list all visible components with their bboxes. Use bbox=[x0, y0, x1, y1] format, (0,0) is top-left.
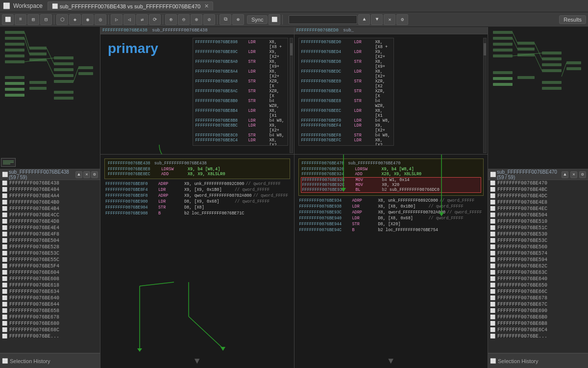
left-list-item[interactable]: ⬜FFFFFFFF0076BE4B0 bbox=[0, 199, 100, 206]
left-list-item[interactable]: ⬜FFFFFFFF0076BE618 bbox=[0, 282, 100, 289]
left-list-item[interactable]: ⬜FFFFFFFF0076BE53C bbox=[0, 250, 100, 257]
right-list-item[interactable]: ⬜FFFFFFFF0076BE4E8 bbox=[488, 199, 588, 206]
toolbar-btn-2[interactable]: ≡ bbox=[15, 14, 26, 25]
right-list-item[interactable]: ⬜FFFFFFFF0076BE66C bbox=[488, 289, 588, 295]
left-list-item[interactable]: ⬜FFFFFFFF0076BE608 bbox=[0, 276, 100, 282]
left-list-item[interactable]: ⬜FFFFFFFF0076BE438 bbox=[0, 180, 100, 186]
right-list-item[interactable]: ⬜FFFFFFFF0076BE678 bbox=[488, 295, 588, 301]
svg-rect-20 bbox=[54, 91, 74, 94]
right-list-item[interactable]: ⬜FFFFFFFF0076BE67C bbox=[488, 301, 588, 308]
list-item-icon: ⬜ bbox=[2, 302, 7, 307]
settings-icon[interactable]: ⚙ bbox=[396, 14, 408, 25]
left-list-item[interactable]: ⬜FFFFFFFF0076BE68C bbox=[0, 327, 100, 333]
graph-left-pane: FFFFFFFF0076BE438 sub_FFFFFFFF0076BE438 … bbox=[100, 27, 294, 154]
left-list-item[interactable]: ⬜FFFFFFFF0076BE4E4 bbox=[0, 225, 100, 231]
right-list-item[interactable]: ⬜FFFFFFFF0076BE62C bbox=[488, 263, 588, 269]
toolbar-btn-15[interactable]: ⊗ bbox=[191, 14, 202, 25]
left-list-item[interactable]: ⬜FFFFFFFF0076BE528 bbox=[0, 244, 100, 250]
left-list-item[interactable]: ⬜FFFFFFFF0076BE55C bbox=[0, 257, 100, 263]
right-list-item[interactable]: ⬜FFFFFFFF0076BE... bbox=[488, 333, 588, 340]
toolbar-btn-6[interactable]: ◈ bbox=[69, 14, 81, 25]
left-list-item[interactable]: ⬜FFFFFFFF0076BE5F4 bbox=[0, 263, 100, 269]
toolbar-btn-10[interactable]: ◁ bbox=[123, 14, 135, 25]
left-list-item[interactable]: ⬜FFFFFFFF0076BE644 bbox=[0, 301, 100, 308]
toolbar-btn-18[interactable]: ⊛ bbox=[232, 14, 244, 25]
toolbar-btn-11[interactable]: ⇄ bbox=[136, 14, 148, 25]
toolbar-btn-17[interactable]: ⧉ bbox=[220, 14, 231, 25]
svg-rect-49 bbox=[493, 77, 513, 80]
left-list-item[interactable]: ⬜FFFFFFFF0076BE604 bbox=[0, 269, 100, 276]
list-item-icon: ⬜ bbox=[490, 251, 495, 256]
tab-close-icon[interactable]: ✕ bbox=[204, 3, 209, 9]
right-list-item[interactable]: ⬜FFFFFFFF0076BE63C bbox=[488, 269, 588, 276]
left-graph-scrollbar[interactable] bbox=[290, 38, 293, 153]
right-list-item[interactable]: ⬜FFFFFFFF0076BE594 bbox=[488, 257, 588, 263]
right-list-item[interactable]: ⬜FFFFFFFF0076BE6B8 bbox=[488, 320, 588, 327]
up-arrow-icon[interactable]: ▲ bbox=[358, 14, 370, 25]
toolbar-btn-7[interactable]: ◉ bbox=[82, 14, 94, 25]
right-list-item[interactable]: ⬜FFFFFFFF0076BE4DC bbox=[488, 193, 588, 199]
search-input[interactable] bbox=[289, 15, 357, 24]
left-list-item[interactable]: ⬜FFFFFFFF0076BE... bbox=[0, 333, 100, 340]
graph-left-addr: FFFFFFFF0076BE438 bbox=[102, 28, 147, 33]
toolbar-btn-14[interactable]: ⊖ bbox=[178, 14, 190, 25]
right-sel-hist: ⬜ Selection History bbox=[488, 353, 588, 368]
right-list-item[interactable]: ⬜FFFFFFFF0076BE51C bbox=[488, 225, 588, 231]
right-list-item[interactable]: ⬜FFFFFFFF0076BE650 bbox=[488, 282, 588, 289]
right-list-item[interactable]: ⬜FFFFFFFF0076BE4BC bbox=[488, 186, 588, 193]
right-list-item[interactable]: ⬜FFFFFFFF0076BE690 bbox=[488, 308, 588, 314]
sync-button[interactable]: Sync bbox=[247, 15, 268, 24]
left-list-item[interactable]: ⬜FFFFFFFF0076BE504 bbox=[0, 237, 100, 244]
right-list-item[interactable]: ⬜FFFFFFFF0076BE560 bbox=[488, 244, 588, 250]
left-list-item[interactable]: ⬜FFFFFFFF0076BE4B4 bbox=[0, 206, 100, 212]
left-list-item[interactable]: ⬜FFFFFFFF0076BE680 bbox=[0, 320, 100, 327]
toolbar-btn-16[interactable]: ⊘ bbox=[203, 14, 215, 25]
left-list-btn-close[interactable]: ✕ bbox=[83, 171, 90, 178]
list-item-icon: ⬜ bbox=[2, 238, 7, 243]
right-list-item[interactable]: ⬜FFFFFFFF0076BE574 bbox=[488, 250, 588, 257]
left-list-item[interactable]: ⬜FFFFFFFF0076BE4F8 bbox=[0, 231, 100, 237]
toolbar-btn-5[interactable]: ⬡ bbox=[56, 14, 68, 25]
active-tab[interactable]: ⬜ sub_FFFFFFFF0076BE438 vs sub_FFFFFFFF0… bbox=[48, 1, 213, 10]
down-arrow-icon[interactable]: ▼ bbox=[371, 14, 383, 25]
left-asm-block: FFFFFFFF0076BE898LDRX8, [X8 + FFFFFFFF00… bbox=[193, 38, 288, 146]
toolbar-btn-1[interactable]: ⬜ bbox=[2, 14, 14, 25]
right-list-item[interactable]: ⬜FFFFFFFF0076BE6C4 bbox=[488, 327, 588, 333]
close-search-icon[interactable]: ✕ bbox=[384, 14, 395, 25]
left-list-item[interactable]: ⬜FFFFFFFF0076BE678 bbox=[0, 314, 100, 320]
main-area: ⬜ sub_FFFFFFFF0076BE438 (59 / 59) ▲ ✕ ⚙ … bbox=[0, 27, 588, 368]
right-graph-scrollbar[interactable] bbox=[483, 38, 487, 153]
list-item-text: FFFFFFFF0076BE438 bbox=[9, 181, 59, 186]
toolbar-btn-9[interactable]: ▷ bbox=[111, 14, 122, 25]
right-list-item[interactable]: ⬜FFFFFFFF0076BE504 bbox=[488, 212, 588, 218]
right-list-item[interactable]: ⬜FFFFFFFF0076BE4EC bbox=[488, 206, 588, 212]
toolbar-btn-3[interactable]: ⊞ bbox=[27, 14, 39, 25]
toolbar-btn-12[interactable]: ⟳ bbox=[149, 14, 161, 25]
toolbar-btn-8[interactable]: ◎ bbox=[95, 14, 106, 25]
left-list-item[interactable]: ⬜FFFFFFFF0076BE4D8 bbox=[0, 218, 100, 225]
left-list-item[interactable]: ⬜FFFFFFFF0076BE4A4 bbox=[0, 193, 100, 199]
right-list-btn-settings[interactable]: ⚙ bbox=[579, 171, 586, 178]
toolbar-btn-19[interactable]: ⬜ bbox=[269, 14, 280, 25]
right-list-item[interactable]: ⬜FFFFFFFF0076BE6B0 bbox=[488, 314, 588, 320]
right-list-item[interactable]: ⬜FFFFFFFF0076BE53C bbox=[488, 237, 588, 244]
left-list-item[interactable]: ⬜FFFFFFFF0076BE4CC bbox=[0, 212, 100, 218]
right-list-item[interactable]: ⬜FFFFFFFF0076BE510 bbox=[488, 218, 588, 225]
right-list-btn-close[interactable]: ✕ bbox=[570, 171, 577, 178]
list-item-icon: ⬜ bbox=[490, 283, 495, 288]
left-list-item[interactable]: ⬜FFFFFFFF0076BE658 bbox=[0, 308, 100, 314]
toolbar-btn-13[interactable]: ⊕ bbox=[165, 14, 177, 25]
left-list-item[interactable]: ⬜FFFFFFFF0076BE640 bbox=[0, 295, 100, 301]
right-list-item[interactable]: ⬜FFFFFFFF0076BE530 bbox=[488, 231, 588, 237]
left-list-item[interactable]: ⬜FFFFFFFF0076BE634 bbox=[0, 289, 100, 295]
list-item-text: FFFFFFFF0076BE... bbox=[9, 334, 59, 339]
left-list-item[interactable]: ⬜FFFFFFFF0076BE484 bbox=[0, 186, 100, 193]
right-list-item[interactable]: ⬜FFFFFFFF0076BE470 bbox=[488, 180, 588, 186]
toolbar-btn-4[interactable]: ⊟ bbox=[40, 14, 52, 25]
right-list-btn-up[interactable]: ▲ bbox=[562, 171, 568, 178]
left-list-btn-up[interactable]: ▲ bbox=[75, 171, 82, 178]
left-list-btn-settings[interactable]: ⚙ bbox=[91, 171, 98, 178]
toolbar-sep-2 bbox=[108, 15, 109, 25]
right-list-item[interactable]: ⬜FFFFFFFF0076BE640 bbox=[488, 276, 588, 282]
results-button[interactable]: Results bbox=[559, 15, 586, 24]
